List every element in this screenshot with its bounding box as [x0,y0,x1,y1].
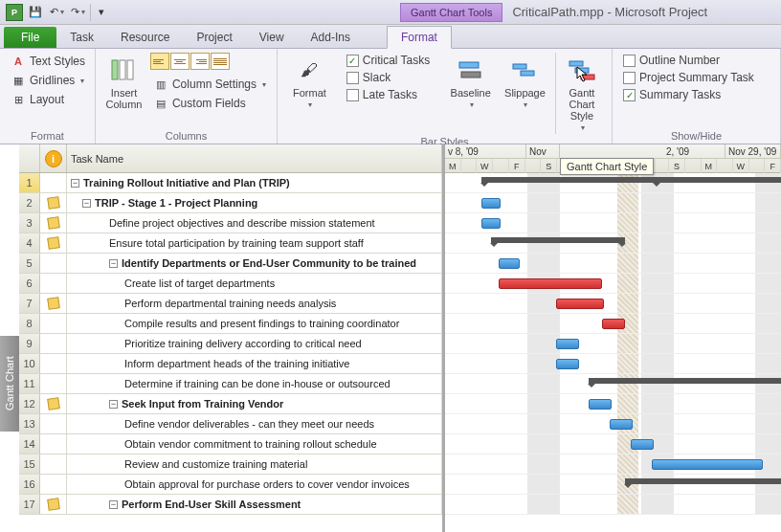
task-name-cell[interactable]: −Seek Input from Training Vendor [67,394,442,413]
table-row[interactable]: 10Inform department heads of the trainin… [19,354,442,374]
redo-icon[interactable]: ↷ [69,4,86,21]
gantt-row[interactable] [445,254,781,274]
row-id[interactable]: 17 [19,495,40,514]
task-name-cell[interactable]: −TRIP - Stage 1 - Project Planning [67,193,442,212]
task-name-cell[interactable]: −Training Rollout Initiative and Plan (T… [67,173,442,192]
gantt-row[interactable] [445,193,781,213]
row-id[interactable]: 4 [19,233,40,253]
collapse-icon[interactable]: − [109,259,118,268]
tab-addins[interactable]: Add-Ins [298,27,364,48]
table-row[interactable]: 16Obtain approval for purchase orders to… [19,475,442,495]
task-name-cell[interactable]: Define project objectives and describe m… [67,213,442,233]
table-row[interactable]: 12−Seek Input from Training Vendor [19,394,442,414]
baseline-button[interactable]: Baseline [446,53,495,111]
tab-resource[interactable]: Resource [107,27,183,48]
gantt-body[interactable] [445,173,781,515]
late-tasks-checkbox[interactable]: Late Tasks [344,87,433,102]
row-id[interactable]: 13 [19,414,40,433]
table-row[interactable]: 5−Identify Departments or End-User Commu… [19,254,442,274]
row-id[interactable]: 6 [19,274,40,293]
table-row[interactable]: 4Ensure total participation by training … [19,233,442,254]
row-id[interactable]: 2 [19,193,40,212]
header-id[interactable] [19,144,40,172]
tab-task[interactable]: Task [56,27,107,48]
summary-bar[interactable] [491,237,625,243]
save-icon[interactable]: 💾 [27,4,44,21]
row-id[interactable]: 7 [19,294,40,313]
row-id[interactable]: 12 [19,394,40,413]
task-bar[interactable] [631,439,654,450]
column-settings-button[interactable]: ▥Column Settings [150,76,269,93]
row-id[interactable]: 10 [19,354,40,373]
table-row[interactable]: 17−Perform End-User Skill Assessment [19,495,442,515]
critical-task-bar[interactable] [556,299,604,309]
task-bar[interactable] [499,258,520,269]
row-id[interactable]: 9 [19,334,40,353]
gantt-row[interactable] [445,495,781,515]
table-row[interactable]: 14Obtain vendor commitment to training r… [19,434,442,454]
table-row[interactable]: 3Define project objectives and describe … [19,213,442,233]
gantt-row[interactable] [445,213,781,233]
task-bar[interactable] [556,339,579,349]
tab-format[interactable]: Format [387,26,452,49]
side-tab-gantt[interactable]: Gantt Chart [0,336,19,432]
row-id[interactable]: 14 [19,434,40,454]
slippage-button[interactable]: Slippage [501,53,549,111]
task-bar[interactable] [610,419,633,430]
file-tab[interactable]: File [4,27,56,48]
gantt-row[interactable] [445,475,781,495]
header-indicator[interactable]: i [40,144,67,172]
gantt-row[interactable] [445,414,781,434]
table-row[interactable]: 9Prioritize training delivery according … [19,334,442,354]
table-row[interactable]: 7Perform departmental training needs ana… [19,294,442,314]
app-icon[interactable]: P [6,4,23,21]
align-left-button[interactable] [150,53,169,70]
task-name-cell[interactable]: Review and customize training material [67,454,442,474]
task-name-cell[interactable]: −Perform End-User Skill Assessment [67,495,442,514]
critical-tasks-checkbox[interactable]: ✓Critical Tasks [344,53,433,68]
gantt-timescale[interactable]: v 8, '09 Nov 2, '09 Nov 29, '09 MWFSMWFS… [445,144,781,173]
summary-bar[interactable] [589,378,781,384]
task-bar[interactable] [652,459,763,470]
row-id[interactable]: 16 [19,475,40,494]
collapse-icon[interactable]: − [71,179,79,188]
gantt-row[interactable] [445,274,781,294]
table-row[interactable]: 15Review and customize training material [19,454,442,475]
task-name-cell[interactable]: Determine if training can be done in-hou… [67,374,442,393]
task-name-cell[interactable]: Define vendor deliverables - can they me… [67,414,442,433]
header-task-name[interactable]: Task Name [67,144,442,172]
summary-bar[interactable] [481,177,781,183]
insert-column-button[interactable]: Insert Column [103,53,145,112]
task-name-cell[interactable]: Perform departmental training needs anal… [67,294,442,313]
text-styles-button[interactable]: AText Styles [8,53,88,70]
tab-project[interactable]: Project [183,27,245,48]
wrap-text-button[interactable] [211,53,230,70]
align-center-button[interactable] [170,53,190,70]
collapse-icon[interactable]: − [109,400,118,409]
format-dropdown-button[interactable]: 🖌 Format [285,53,334,111]
collapse-icon[interactable]: − [82,199,91,208]
table-row[interactable]: 13Define vendor deliverables - can they … [19,414,442,434]
gridlines-button[interactable]: ▦Gridlines [8,72,88,89]
qat-customize-icon[interactable]: ▾ [90,4,107,21]
task-bar[interactable] [481,198,501,209]
gantt-row[interactable] [445,314,781,334]
task-name-cell[interactable]: −Identify Departments or End-User Commun… [67,254,442,273]
collapse-icon[interactable]: − [109,500,118,509]
tab-view[interactable]: View [246,27,298,48]
gantt-row[interactable] [445,374,781,394]
task-name-cell[interactable]: Obtain vendor commitment to training rol… [67,434,442,454]
project-summary-checkbox[interactable]: Project Summary Task [620,70,757,85]
task-name-cell[interactable]: Create list of target departments [67,274,442,293]
undo-icon[interactable]: ↶ [48,4,65,21]
task-name-cell[interactable]: Ensure total participation by training t… [67,233,442,253]
row-id[interactable]: 3 [19,213,40,233]
row-id[interactable]: 1 [19,173,40,192]
summary-bar[interactable] [625,478,781,484]
gantt-row[interactable] [445,454,781,475]
gantt-row[interactable] [445,394,781,414]
gantt-row[interactable] [445,434,781,454]
outline-number-checkbox[interactable]: Outline Number [620,53,757,68]
gantt-chart[interactable]: v 8, '09 Nov 2, '09 Nov 29, '09 MWFSMWFS… [445,144,781,532]
table-row[interactable]: 1−Training Rollout Initiative and Plan (… [19,173,442,193]
